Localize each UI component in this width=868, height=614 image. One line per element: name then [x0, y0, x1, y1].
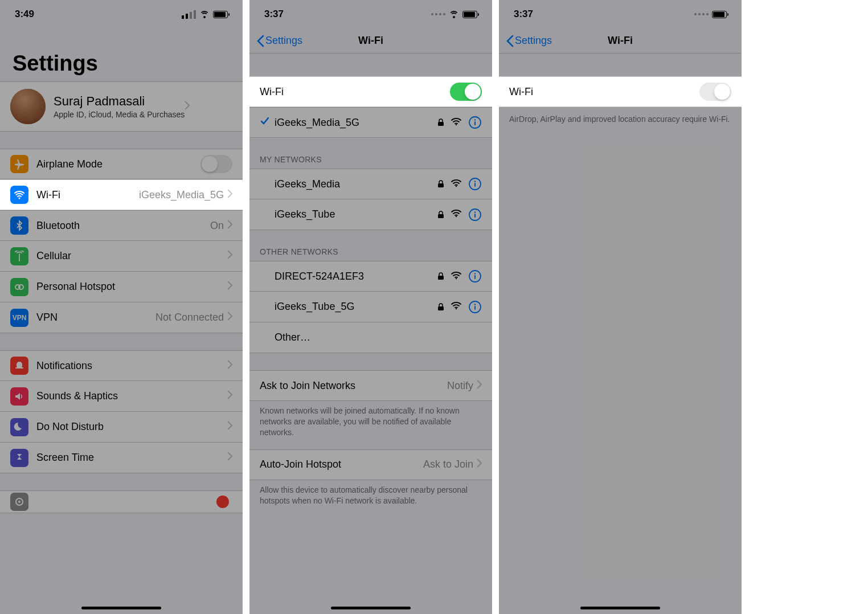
wifi-signal-icon: [451, 271, 461, 283]
apple-id-name: Suraj Padmasali: [54, 94, 185, 109]
info-icon[interactable]: [468, 208, 482, 222]
other-networks-header: OTHER NETWORKS: [249, 247, 492, 261]
checkmark-icon: [260, 116, 275, 129]
back-button[interactable]: Settings: [506, 35, 552, 47]
status-time: 3:49: [15, 9, 34, 20]
lock-icon: [437, 303, 444, 311]
auto-join-hotspot-row[interactable]: Auto-Join Hotspot Ask to Join: [249, 449, 492, 480]
network-row[interactable]: iGeeks_Tube: [249, 199, 492, 230]
svg-point-15: [474, 181, 476, 182]
row-label: Auto-Join Hotspot: [260, 459, 423, 470]
ask-to-join-row[interactable]: Ask to Join Networks Notify: [249, 370, 492, 401]
wifi-signal-icon: [451, 178, 461, 190]
vpn-icon: VPN: [10, 309, 28, 327]
svg-point-0: [19, 198, 21, 199]
wifi-toggle[interactable]: [450, 83, 482, 101]
battery-icon: [213, 11, 228, 18]
network-name: iGeeks_Tube_5G: [275, 301, 433, 313]
apple-id-row[interactable]: Suraj Padmasali Apple ID, iCloud, Media …: [0, 81, 243, 132]
chevron-right-icon: [185, 101, 190, 113]
other-network-row[interactable]: Other…: [249, 322, 492, 353]
partial-row[interactable]: [0, 490, 243, 513]
airplane-icon: [10, 155, 28, 173]
wifi-row[interactable]: Wi-Fi iGeeks_Media_5G: [0, 179, 243, 210]
wifi-signal-icon: [451, 301, 461, 313]
hourglass-icon: [10, 449, 28, 467]
lock-icon: [437, 272, 444, 280]
wifi-status-icon: [449, 11, 459, 18]
row-label: Bluetooth: [36, 220, 210, 232]
row-label: Ask to Join Networks: [260, 380, 447, 392]
chevron-right-icon: [477, 380, 482, 392]
dnd-row[interactable]: Do Not Disturb: [0, 412, 243, 443]
sounds-row[interactable]: Sounds & Haptics: [0, 381, 243, 412]
nav-title: Wi-Fi: [358, 35, 383, 47]
auto-footer: Allow this device to automatically disco…: [249, 480, 492, 506]
row-label: Screen Time: [36, 452, 227, 464]
chevron-right-icon: [227, 390, 232, 402]
svg-point-20: [474, 211, 476, 212]
gear-icon: [10, 493, 28, 511]
wifi-toggle-row[interactable]: Wi-Fi: [499, 76, 742, 107]
info-icon[interactable]: [468, 269, 482, 283]
chevron-right-icon: [227, 220, 232, 232]
chevron-left-icon: [506, 35, 514, 47]
chevron-right-icon: [227, 421, 232, 433]
svg-rect-12: [438, 183, 444, 187]
chevron-right-icon: [227, 360, 232, 372]
network-row[interactable]: DIRECT-524A1EF3: [249, 261, 492, 292]
info-icon[interactable]: [468, 177, 482, 191]
home-indicator[interactable]: [580, 607, 660, 609]
status-icons: [182, 10, 228, 19]
hotspot-row[interactable]: Personal Hotspot: [0, 272, 243, 302]
chevron-right-icon: [227, 250, 232, 262]
wifi-toggle-row[interactable]: Wi-Fi: [249, 76, 492, 107]
svg-rect-7: [438, 122, 444, 126]
airplane-mode-row[interactable]: Airplane Mode: [0, 149, 243, 179]
status-time: 3:37: [264, 9, 284, 20]
link-icon: [10, 278, 28, 296]
bluetooth-row[interactable]: Bluetooth On: [0, 210, 243, 241]
row-label: Wi-Fi: [260, 86, 450, 98]
chevron-left-icon: [256, 35, 264, 47]
svg-point-18: [456, 216, 457, 217]
info-icon[interactable]: [468, 116, 482, 129]
notifications-row[interactable]: Notifications: [0, 350, 243, 381]
wifi-signal-icon: [451, 208, 461, 220]
svg-rect-22: [438, 276, 444, 280]
screentime-row[interactable]: Screen Time: [0, 443, 243, 473]
row-label: Cellular: [36, 250, 227, 262]
vpn-row[interactable]: VPN VPN Not Connected: [0, 302, 243, 333]
home-indicator[interactable]: [331, 607, 411, 609]
row-value: Notify: [447, 380, 473, 392]
network-name: iGeeks_Media: [275, 178, 433, 190]
back-button[interactable]: Settings: [256, 35, 302, 47]
bluetooth-icon: [10, 216, 28, 235]
page-title: Settings: [0, 28, 243, 81]
row-label: Wi-Fi: [36, 189, 139, 201]
svg-point-28: [456, 308, 457, 309]
network-row[interactable]: iGeeks_Media: [249, 169, 492, 199]
speaker-icon: [10, 387, 28, 406]
svg-point-30: [474, 304, 476, 305]
home-indicator[interactable]: [81, 607, 161, 609]
chevron-right-icon: [227, 452, 232, 464]
network-name: DIRECT-524A1EF3: [275, 271, 433, 283]
airplane-toggle[interactable]: [200, 155, 232, 173]
cellular-signal-icon: [182, 10, 196, 19]
apple-id-sub: Apple ID, iCloud, Media & Purchases: [54, 110, 185, 119]
wifi-off-footer: AirDrop, AirPlay and improved location a…: [499, 107, 742, 125]
network-row[interactable]: iGeeks_Tube_5G: [249, 292, 492, 322]
lock-icon: [437, 211, 444, 219]
nav-title: Wi-Fi: [608, 35, 633, 47]
svg-rect-26: [474, 275, 476, 279]
wifi-toggle[interactable]: [699, 83, 731, 101]
antenna-icon: [10, 247, 28, 265]
info-icon[interactable]: [468, 300, 482, 314]
connected-network-row[interactable]: iGeeks_Media_5G: [249, 107, 492, 138]
bell-icon: [10, 357, 28, 375]
cellular-row[interactable]: Cellular: [0, 241, 243, 272]
svg-rect-16: [474, 183, 476, 187]
back-label: Settings: [265, 35, 302, 47]
network-name: iGeeks_Media_5G: [275, 117, 433, 129]
